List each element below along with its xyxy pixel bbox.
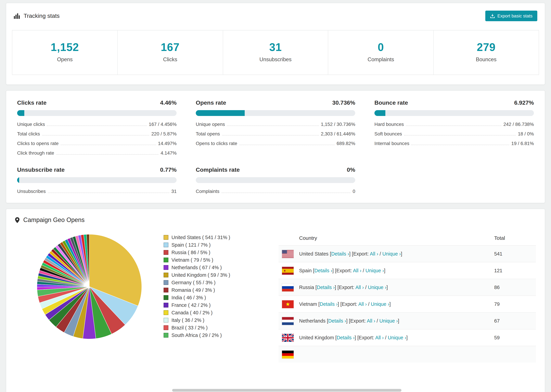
stat-name: Total opens [196,131,220,136]
legend-label: Romania ( 49 / 3% ) [171,287,215,293]
details-link[interactable]: Details › [331,251,349,257]
flag-ru-icon [282,283,294,291]
export-all-link[interactable]: All › [355,285,364,290]
legend-item-vietnam: Vietnam ( 79 / 5% ) [164,257,275,263]
flag-cell [282,334,299,342]
stat-name: Clicks to opens rate [17,141,58,146]
dotted-leader [42,135,149,135]
country-total: 79 [494,301,532,307]
stat-value: 0 [353,189,355,194]
stat-value: 0 [331,41,431,54]
country-name: United States [299,251,329,257]
geo-row-united-states: United States [Details ›] [Export: All ›… [279,245,536,262]
progress-bar-fill [17,177,19,183]
rate-block-complaints-rate: Complaints rate 0% Complaints 0 [196,167,355,194]
export-unique-link[interactable]: Unique › [388,335,406,340]
export-unique-link[interactable]: Unique › [368,285,386,290]
tracking-stats-title-text: Tracking stats [24,13,60,19]
rates-panel: Clicks rate 4.46% Unique clicks 167 / 4.… [6,90,545,203]
legend-label: Vietnam ( 79 / 5% ) [171,257,213,263]
legend-label: France ( 42 / 2% ) [171,302,211,308]
country-total: 59 [494,335,532,340]
details-link[interactable]: Details › [337,335,354,340]
legend-item-india: India ( 46 / 3% ) [164,295,275,300]
export-basic-stats-button[interactable]: Export basic stats [486,11,537,21]
rate-stat-row: Total clicks 220 / 5.87% [17,131,177,136]
legend-label: India ( 46 / 3% ) [171,295,206,300]
export-all-link[interactable]: All › [358,301,367,307]
rate-title: Complaints rate [196,167,240,173]
dotted-leader [239,145,335,145]
flag-us-icon [282,250,294,258]
flag-es-icon [282,267,294,274]
stat-opens: 1,152 Opens [12,30,118,75]
rate-stat-row: Unique opens 1,152 / 30.736% [196,122,355,127]
details-link[interactable]: Details › [328,318,346,324]
rates-grid: Clicks rate 4.46% Unique clicks 167 / 4.… [17,99,534,194]
details-link[interactable]: Details › [317,285,335,290]
geo-row-russia: Russia [Details ›] [Export: All › / Uniq… [279,279,536,295]
export-unique-link[interactable]: Unique › [366,268,384,273]
details-link[interactable]: Details › [320,301,338,307]
rate-stat-row: Soft bounces 18 / 0% [374,131,534,136]
legend-swatch [164,235,168,240]
flag-cell [282,267,299,274]
progress-bar-fill [374,110,386,116]
legend-swatch [164,265,168,270]
stat-bounces: 279 Bounces [434,30,539,75]
export-unique-link[interactable]: Unique › [371,301,389,307]
legend-item-italy: Italy ( 36 / 2% ) [164,317,275,323]
stat-name: Total clicks [17,131,40,136]
rate-stat-row: Complaints 0 [196,189,355,194]
legend-item-france: France ( 42 / 2% ) [164,302,275,308]
dotted-leader [411,145,509,145]
progress-bar-fill [196,110,245,116]
geo-table-header: Country Total [279,231,536,245]
stat-name: Unique clicks [17,122,45,127]
geo-table-body: United States [Details ›] [Export: All ›… [279,245,536,363]
legend-swatch [164,333,168,338]
stat-value: 167 [120,41,220,54]
export-all-link[interactable]: All › [375,335,384,340]
export-all-link[interactable]: All › [367,318,375,324]
export-all-link[interactable]: All › [370,251,378,257]
stat-value: 167 / 4.456% [149,122,177,127]
stat-label: Complaints [331,56,431,63]
details-link[interactable]: Details › [314,268,332,273]
country-name: Russia [299,285,314,290]
rate-head: Clicks rate 4.46% [17,99,177,106]
horizontal-scrollbar-thumb[interactable] [172,389,402,392]
export-all-link[interactable]: All › [353,268,361,273]
rate-block-unsubscribe-rate: Unsubscribe rate 0.77% Unsubscribes 31 [17,167,177,194]
progress-bar-fill [17,110,24,116]
rate-head: Unsubscribe rate 0.77% [17,167,177,173]
map-pin-icon [15,217,20,223]
legend-label: United States ( 541 / 31% ) [171,235,230,240]
export-unique-link[interactable]: Unique › [382,251,401,257]
dotted-leader [47,126,147,126]
geo-row-partial [279,346,536,363]
legend-item-united-kingdom: United Kingdom ( 59 / 3% ) [164,272,275,278]
country-name: Vietnam [299,301,317,307]
stats-row: 1,152 Opens 167 Clicks 31 Unsubscribes 0… [12,30,539,75]
rate-stat-row: Unique clicks 167 / 4.456% [17,122,177,127]
stat-value: 279 [436,41,536,54]
tracking-stats-title: Tracking stats [14,13,60,19]
stat-name: Internal bounces [374,141,409,146]
rate-stat-row: Internal bounces 19 / 6.81% [374,141,534,146]
country-total: 121 [494,268,532,273]
country-cell: United States [Details ›] [Export: All ›… [299,251,494,257]
geo-opens-content: United States ( 541 / 31% ) Spain ( 121 … [15,231,536,363]
flag-vn-icon [282,300,294,308]
stat-value: 2,303 / 61.446% [321,131,355,136]
country-cell: Netherlands [Details ›] [Export: All › /… [299,318,494,324]
rate-percentage: 6.927% [514,99,534,106]
legend-label: Spain ( 121 / 7% ) [171,242,211,248]
rate-percentage: 0% [347,167,355,173]
flag-gb-icon [282,334,294,342]
geo-table: Country Total United States [Details ›] … [279,231,536,363]
rate-stat-row: Hard bounces 242 / 86.738% [374,122,534,127]
rate-stat-row: Clicks to opens rate 14.497% [17,141,177,146]
geo-opens-header: Campaign Geo Opens [15,217,536,224]
export-unique-link[interactable]: Unique › [379,318,398,324]
